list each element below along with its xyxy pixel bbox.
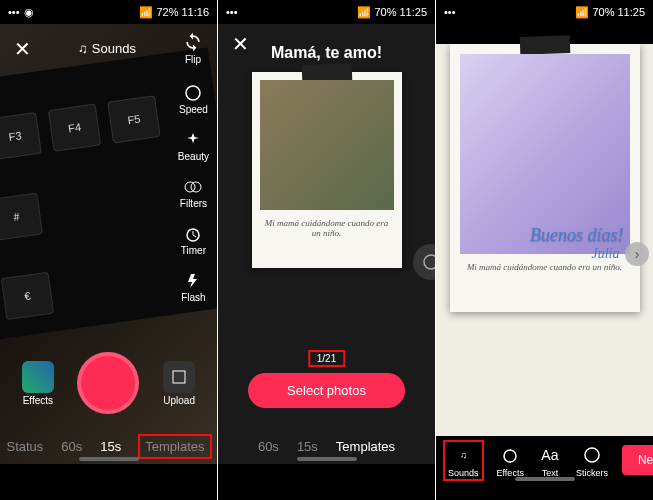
battery-label: 72% <box>156 6 178 18</box>
status-bar: ••• 📶 70% 11:25 <box>218 0 435 24</box>
next-template-button[interactable] <box>413 244 435 280</box>
nav-15s[interactable]: 15s <box>297 439 318 454</box>
svg-point-1 <box>185 182 195 192</box>
stickers-tool[interactable]: Stickers <box>576 443 608 478</box>
nav-handle <box>515 477 575 481</box>
page-counter: 1/21 <box>309 351 344 366</box>
polaroid-caption: Mi mamá cuidándome cuando era un niño. <box>260 218 394 238</box>
close-button[interactable]: ✕ <box>14 37 31 61</box>
select-photos-button[interactable]: Select photos <box>248 373 405 408</box>
result-photo: Buenos días! Julia <box>460 54 630 254</box>
nav-templates[interactable]: Templates <box>139 435 210 458</box>
svg-point-7 <box>585 448 599 462</box>
template-photo <box>260 80 394 210</box>
svg-point-2 <box>191 182 201 192</box>
close-button[interactable]: ✕ <box>232 32 249 56</box>
record-button[interactable] <box>77 352 139 414</box>
nav-60s[interactable]: 60s <box>258 439 279 454</box>
timer-button[interactable]: Timer <box>178 225 209 256</box>
nav-handle <box>79 457 139 461</box>
svg-point-0 <box>186 86 200 100</box>
text-tool[interactable]: AaText <box>538 443 562 478</box>
svg-point-6 <box>504 450 516 462</box>
filters-button[interactable]: Filters <box>178 178 209 209</box>
next-arrow-button[interactable]: › <box>625 242 649 266</box>
status-bar: ••• 📶 70% 11:25 <box>436 0 653 24</box>
sounds-button[interactable]: ♫ Sounds <box>78 41 136 56</box>
nav-handle <box>297 457 357 461</box>
flash-button[interactable]: Flash <box>178 272 209 303</box>
time-label: 11:16 <box>181 6 209 18</box>
nav-15s[interactable]: 15s <box>100 439 121 454</box>
messenger-icon: ◉ <box>24 6 34 19</box>
svg-point-5 <box>424 255 435 269</box>
flip-button[interactable]: Flip <box>183 32 203 65</box>
nav-templates[interactable]: Templates <box>336 439 395 454</box>
overlay-text-1: Buenos días! <box>530 225 624 246</box>
polaroid-frame: Buenos días! Julia Mi mamá cuidándome cu… <box>450 44 640 312</box>
nav-status[interactable]: Status <box>6 439 43 454</box>
status-bar: ••• ◉ 📶 72% 11:16 <box>0 0 217 24</box>
polaroid-caption: Mi mamá cuidándome cuando era un niño. <box>460 262 630 272</box>
next-button[interactable]: Next <box>622 445 653 475</box>
overlay-text-2: Julia <box>592 246 620 262</box>
upload-button[interactable]: Upload <box>163 361 195 406</box>
sounds-tool[interactable]: ♫Sounds <box>444 441 483 480</box>
beauty-button[interactable]: Beauty <box>178 131 209 162</box>
signal-icon: 📶 <box>139 6 153 19</box>
effects-button[interactable]: Effects <box>22 361 54 406</box>
dots-icon: ••• <box>8 6 20 19</box>
effects-tool[interactable]: Effects <box>497 443 524 478</box>
svg-rect-4 <box>173 371 185 383</box>
nav-60s[interactable]: 60s <box>61 439 82 454</box>
tape-graphic <box>519 35 570 55</box>
speed-button[interactable]: Speed <box>178 84 209 115</box>
polaroid-frame: Mi mamá cuidándome cuando era un niño. <box>252 72 402 268</box>
